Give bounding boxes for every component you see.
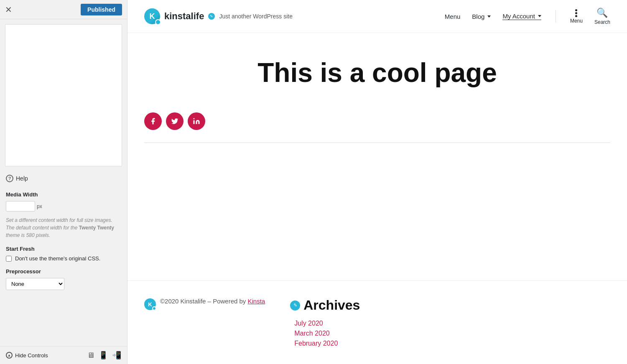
footer-copy: ©2020 Kinstalife – Powered by Kinsta	[160, 298, 265, 305]
archives-title: Archives	[303, 298, 360, 313]
brand-edit-icon: ✎	[210, 14, 213, 18]
archives-edit-dot: ✎	[290, 300, 300, 311]
svg-point-0	[194, 118, 195, 120]
linkedin-icon	[193, 117, 200, 125]
media-width-row: px	[6, 201, 121, 211]
footer-left: K ©2020 Kinstalife – Powered by Kinsta	[144, 298, 265, 347]
start-fresh-checkbox[interactable]	[6, 256, 12, 262]
footer-right: ✎ Archives July 2020 March 2020 February…	[290, 298, 610, 347]
dot-3	[575, 15, 577, 17]
help-icon: ?	[6, 175, 13, 182]
brand-name: kinstalife	[164, 11, 204, 22]
helper-text: Set a different content width for full s…	[6, 216, 121, 239]
main-preview: K kinstalife ✎ Just another WordPress si…	[127, 0, 627, 364]
brand-tagline: Just another WordPress site	[219, 13, 293, 20]
published-button[interactable]: Published	[81, 4, 122, 15]
archive-item-february[interactable]: February 2020	[294, 340, 610, 347]
controls-section: Media Width px Set a different content w…	[0, 186, 127, 346]
footer-copyright-text: ©2020 Kinstalife – Powered by	[160, 298, 248, 305]
site-brand: K kinstalife ✎ Just another WordPress si…	[144, 8, 293, 24]
nav-blog[interactable]: Blog	[472, 13, 491, 20]
desktop-icon[interactable]: 🖥	[87, 351, 94, 360]
top-bar: ✕ Published	[0, 0, 127, 19]
facebook-button[interactable]	[144, 112, 162, 130]
nav-more-label: Menu	[570, 18, 583, 24]
nav-more-dots	[575, 9, 577, 17]
tablet-icon[interactable]: 📱	[99, 351, 108, 360]
social-icons	[144, 112, 610, 130]
linkedin-button[interactable]	[188, 112, 205, 130]
nav-divider	[556, 10, 556, 23]
archives-list: July 2020 March 2020 February 2020	[290, 320, 610, 347]
dot-1	[575, 9, 577, 11]
archive-item-july[interactable]: July 2020	[294, 320, 610, 327]
close-button[interactable]: ✕	[5, 5, 12, 14]
facebook-icon	[149, 117, 157, 125]
brand-edit-dot	[155, 19, 161, 25]
site-header: K kinstalife ✎ Just another WordPress si…	[127, 0, 627, 33]
nav-my-account-label: My Account	[502, 13, 535, 20]
nav-more-menu[interactable]: Menu	[570, 9, 583, 24]
nav-blog-chevron	[487, 15, 491, 18]
site-footer: K ©2020 Kinstalife – Powered by Kinsta ✎…	[127, 280, 627, 364]
px-unit-label: px	[37, 204, 42, 209]
hide-controls-label: Hide Controls	[15, 352, 48, 359]
mobile-icon[interactable]: 📲	[112, 351, 121, 360]
archives-header: ✎ Archives	[290, 298, 610, 313]
twitter-button[interactable]	[166, 112, 184, 130]
left-panel: ✕ Published ? Help Media Width px Set a …	[0, 0, 127, 364]
nav-search[interactable]: 🔍 Search	[594, 8, 610, 25]
nav-blog-label: Blog	[472, 13, 484, 20]
help-row[interactable]: ? Help	[0, 171, 127, 186]
checkbox-label: Don't use the theme's original CSS.	[15, 255, 100, 262]
bottom-bar: ▲ Hide Controls 🖥 📱 📲	[0, 346, 127, 364]
device-icons: 🖥 📱 📲	[87, 351, 121, 360]
nav-menu[interactable]: Menu	[445, 13, 461, 20]
brand-name-edit-dot: ✎	[208, 13, 215, 20]
dot-2	[575, 12, 577, 14]
footer-logo-dot	[152, 306, 156, 311]
twitter-icon	[171, 117, 178, 125]
page-divider	[144, 143, 610, 143]
footer-kinsta-link[interactable]: Kinsta	[248, 298, 265, 305]
preview-area	[5, 24, 122, 166]
page-content: This is a cool page	[127, 33, 627, 280]
brand-logo-letter: K	[150, 12, 155, 21]
media-width-label: Media Width	[6, 191, 121, 198]
brand-logo: K	[144, 8, 160, 24]
checkbox-row: Don't use the theme's original CSS.	[6, 255, 121, 262]
page-title: This is a cool page	[144, 58, 610, 87]
preprocessor-label: Preprocessor	[6, 268, 121, 275]
nav-my-account-chevron	[538, 15, 541, 17]
archive-item-march[interactable]: March 2020	[294, 330, 610, 337]
footer-logo: K	[144, 298, 156, 310]
preprocessor-select[interactable]: None Less Sass	[6, 278, 64, 290]
start-fresh-label: Start Fresh	[6, 246, 121, 252]
media-width-input[interactable]	[6, 201, 35, 211]
help-label: Help	[16, 175, 28, 182]
site-nav: Menu Blog My Account Menu 🔍 Sea	[445, 8, 610, 25]
nav-my-account[interactable]: My Account	[502, 13, 541, 20]
hide-controls-row[interactable]: ▲ Hide Controls	[6, 352, 48, 359]
search-label: Search	[594, 19, 610, 25]
hide-controls-icon: ▲	[6, 352, 13, 359]
search-icon: 🔍	[596, 8, 608, 18]
